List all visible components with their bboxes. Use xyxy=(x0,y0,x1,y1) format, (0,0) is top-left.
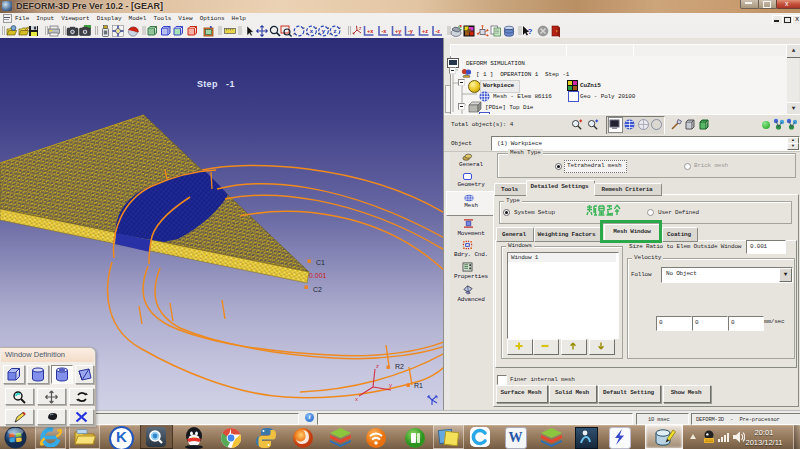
svg-text:0.001: 0.001 xyxy=(309,272,327,279)
svg-text:C1: C1 xyxy=(316,259,325,266)
svg-text:+z: +z xyxy=(422,28,428,34)
svg-text:-z: -z xyxy=(436,28,441,34)
svg-text:y: y xyxy=(389,382,392,388)
svg-text:z: z xyxy=(334,28,337,34)
svg-text:y: y xyxy=(322,28,326,34)
svg-text:z: z xyxy=(376,363,379,369)
svg-text:x: x xyxy=(310,28,314,34)
svg-text:x: x xyxy=(355,396,358,402)
svg-text:+x: +x xyxy=(367,28,374,34)
svg-text:R1: R1 xyxy=(414,382,423,389)
svg-text:z: z xyxy=(359,25,362,31)
svg-text:-x: -x xyxy=(382,28,388,34)
svg-text:+y: +y xyxy=(395,28,402,34)
svg-text:?: ? xyxy=(528,27,533,36)
svg-text:R2: R2 xyxy=(395,363,404,370)
svg-text:-y: -y xyxy=(408,28,414,34)
svg-text:C2: C2 xyxy=(313,286,322,293)
